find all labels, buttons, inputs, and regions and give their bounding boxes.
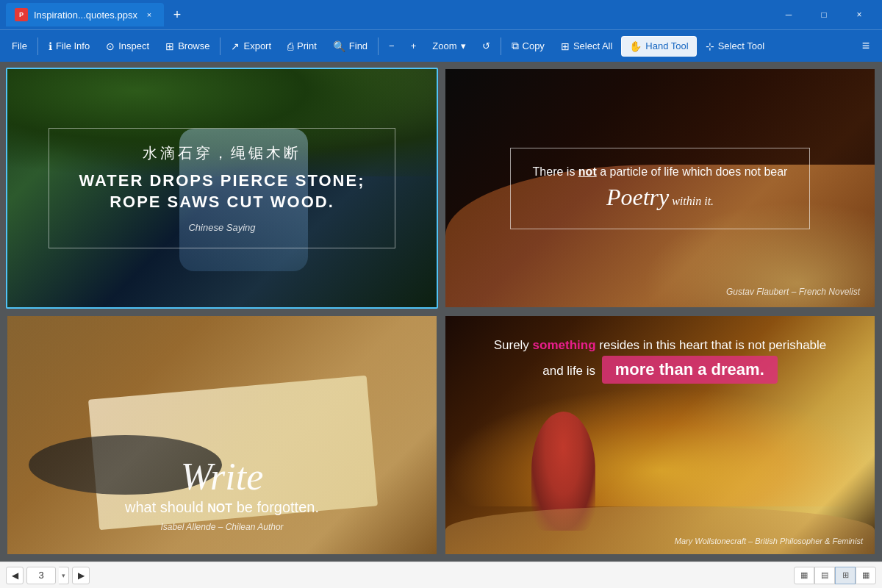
slide3-write-word: Write — [181, 458, 264, 496]
hand-tool-label: Hand Tool — [645, 40, 688, 51]
select-all-button[interactable]: ⊞ Select All — [553, 37, 620, 56]
slide-1[interactable]: 水滴石穿，绳锯木断 WATER DROPS PIERCE STONE; ROPE… — [6, 68, 438, 309]
new-tab-button[interactable]: + — [167, 4, 187, 25]
slide2-text-before: There is — [533, 165, 578, 178]
find-icon: 🔍 — [333, 40, 345, 52]
toolbar-separator-1 — [37, 37, 38, 55]
copy-icon: ⧉ — [512, 40, 519, 52]
minimize-button[interactable]: ─ — [772, 3, 806, 26]
slide2-text-box: There is not a particle of life which do… — [510, 148, 811, 229]
export-icon: ↗ — [231, 40, 240, 52]
view-thumbnail-button[interactable]: ▦ — [856, 567, 876, 584]
tab-title: Inspiration...quotes.ppsx — [34, 10, 137, 21]
slide4-main-text: Surely something resides in this heart t… — [494, 338, 827, 353]
window-controls: ─ □ × — [772, 3, 876, 26]
zoom-out-icon: − — [389, 40, 395, 51]
export-button[interactable]: ↗ Export — [223, 37, 279, 56]
hand-tool-icon: ✋ — [629, 40, 642, 52]
prev-page-button[interactable]: ◀ — [6, 567, 24, 584]
title-bar: P Inspiration...quotes.ppsx × + ─ □ × — [0, 0, 882, 29]
slide1-line1: WATER DROPS PIERCE STONE; — [79, 171, 365, 190]
copy-label: Copy — [523, 40, 545, 51]
slide3-subtitle: what should NOT be forgotten. — [125, 499, 319, 516]
next-page-button[interactable]: ▶ — [72, 567, 90, 584]
slide4-dream-box: more than a dream. — [602, 356, 778, 384]
slide4-middle: resides in this heart that is not perish… — [596, 338, 827, 352]
slide4-and-life: and life is — [542, 364, 595, 378]
slide1-line2: ROPE SAWS CUT WOOD. — [110, 193, 334, 211]
slide4-something-word: something — [533, 338, 596, 352]
hand-tool-button[interactable]: ✋ Hand Tool — [621, 36, 696, 57]
zoom-out-button[interactable]: − — [381, 37, 402, 55]
toolbar: File ℹ File Info ⊙ Inspect ⊞ Browse ↗ Ex… — [0, 29, 882, 62]
file-menu-button[interactable]: File — [4, 37, 35, 55]
slide2-text-after: a particle of life which does not bear — [597, 165, 788, 178]
slide4-attribution: Mary Wollstonecraft – British Philosophe… — [675, 537, 863, 545]
slide4-before: Surely — [494, 338, 533, 352]
zoom-chevron-icon: ▾ — [461, 40, 466, 51]
print-button[interactable]: ⎙ Print — [280, 37, 324, 56]
slide2-content: There is not a particle of life which do… — [445, 69, 875, 307]
export-label: Export — [243, 40, 271, 51]
find-button[interactable]: 🔍 Find — [326, 37, 375, 56]
toolbar-menu-button[interactable]: ≡ — [854, 35, 878, 58]
maximize-button[interactable]: □ — [807, 3, 841, 26]
tab-close-button[interactable]: × — [143, 9, 155, 21]
select-all-label: Select All — [573, 40, 612, 51]
slide1-english-text: WATER DROPS PIERCE STONE; ROPE SAWS CUT … — [79, 171, 365, 212]
file-label: File — [12, 40, 27, 51]
bottom-bar: ◀ ▾ ▶ ▦ ▤ ⊞ ▦ — [0, 562, 882, 588]
file-info-label: File Info — [56, 40, 90, 51]
slide2-poetry-text: Poetry — [606, 184, 669, 210]
rotate-button[interactable]: ↺ — [475, 37, 498, 55]
file-info-button[interactable]: ℹ File Info — [41, 37, 97, 56]
browse-icon: ⊞ — [165, 40, 174, 52]
view-grid-button[interactable]: ⊞ — [835, 567, 856, 584]
view-single-button[interactable]: ▦ — [794, 567, 814, 584]
slide2-attribution: Gustav Flaubert – French Novelist — [726, 287, 860, 297]
select-tool-icon: ⊹ — [706, 40, 714, 52]
file-icon: P — [15, 8, 28, 21]
slide2-poetry-word: Poetry within it. — [533, 184, 788, 211]
print-label: Print — [297, 40, 317, 51]
rotate-icon: ↺ — [482, 40, 490, 51]
close-window-button[interactable]: × — [842, 3, 876, 26]
zoom-in-button[interactable]: + — [404, 37, 424, 55]
page-dropdown-button[interactable]: ▾ — [59, 567, 69, 584]
print-icon: ⎙ — [287, 40, 293, 52]
zoom-dropdown-button[interactable]: Zoom ▾ — [425, 37, 473, 55]
tab-area: P Inspiration...quotes.ppsx × + — [6, 3, 772, 26]
menu-icon: ≡ — [862, 38, 870, 54]
inspect-button[interactable]: ⊙ Inspect — [98, 37, 157, 56]
zoom-in-icon: + — [411, 40, 417, 51]
slide4-text2: and life is more than a dream. — [542, 356, 778, 384]
page-number-input[interactable] — [26, 567, 56, 584]
slides-grid: 水滴石穿，绳锯木断 WATER DROPS PIERCE STONE; ROPE… — [0, 62, 882, 562]
slide1-chinese-text: 水滴石穿，绳锯木断 — [79, 143, 365, 163]
find-label: Find — [349, 40, 368, 51]
slide3-not-word: NOT — [207, 502, 232, 514]
toolbar-separator-4 — [501, 37, 501, 55]
slide2-main-text: There is not a particle of life which do… — [533, 163, 788, 181]
zoom-label: Zoom — [432, 40, 456, 51]
slide1-attribution: Chinese Saying — [79, 222, 365, 233]
browse-label: Browse — [178, 40, 209, 51]
copy-button[interactable]: ⧉ Copy — [504, 36, 552, 56]
slide1-text-box: 水滴石穿，绳锯木断 WATER DROPS PIERCE STONE; ROPE… — [49, 128, 395, 248]
slide1-content: 水滴石穿，绳锯木断 WATER DROPS PIERCE STONE; ROPE… — [7, 69, 437, 307]
select-tool-button[interactable]: ⊹ Select Tool — [698, 37, 772, 56]
browse-button[interactable]: ⊞ Browse — [158, 37, 217, 56]
slide2-within-text: within it. — [669, 195, 714, 207]
select-all-icon: ⊞ — [561, 40, 570, 52]
active-tab[interactable]: P Inspiration...quotes.ppsx × — [6, 3, 164, 26]
slide-4[interactable]: Surely something resides in this heart t… — [444, 315, 876, 556]
slide2-not-text: not — [578, 165, 597, 178]
slide3-content: Write what should NOT be forgotten. Isab… — [7, 316, 437, 554]
inspect-label: Inspect — [118, 40, 149, 51]
file-info-icon: ℹ — [49, 40, 52, 52]
view-continuous-button[interactable]: ▤ — [814, 567, 835, 584]
slide-2[interactable]: There is not a particle of life which do… — [444, 68, 876, 309]
slide3-attribution: Isabel Allende – Chilean Author — [160, 522, 283, 532]
slide4-content: Surely something resides in this heart t… — [445, 316, 875, 554]
slide-3[interactable]: Write what should NOT be forgotten. Isab… — [6, 315, 438, 556]
